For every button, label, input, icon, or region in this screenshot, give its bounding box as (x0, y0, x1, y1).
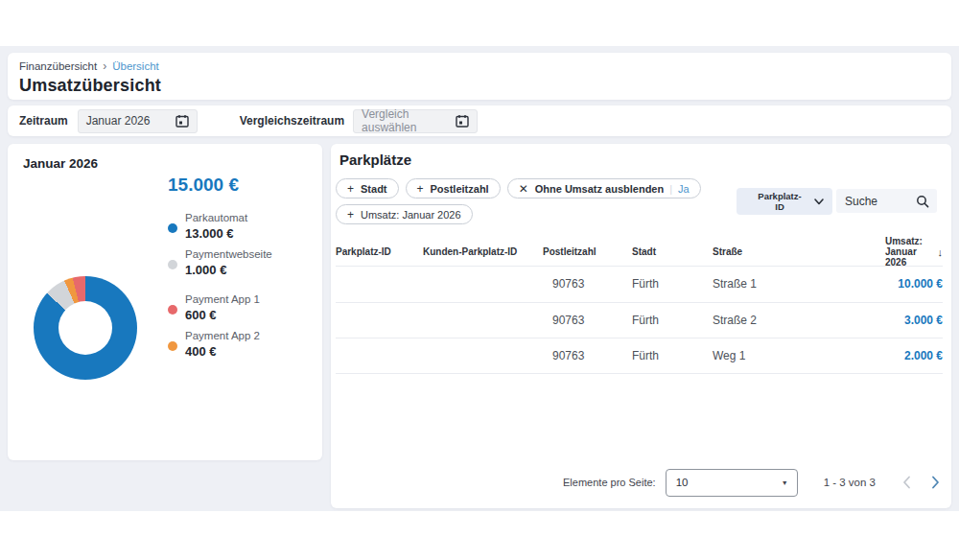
breadcrumb-current[interactable]: Übersicht (112, 60, 159, 72)
col-umsatz-label: Umsatz: Januar 2026 (885, 236, 934, 268)
select-label-line1: Parkplatz- (746, 191, 813, 201)
revenue-summary-panel: Januar 2026 15.000 € Parkautomat 13.000 … (8, 144, 322, 460)
chip-divider: | (669, 183, 672, 195)
cell-umsatz: 10.000 € (885, 277, 943, 291)
legend-label: Payment App 1 (185, 292, 260, 307)
table-row[interactable]: 90763 Fürth Straße 1 10.000 € (336, 266, 943, 302)
close-icon: ✕ (519, 182, 528, 196)
cell-umsatz: 3.000 € (885, 314, 943, 327)
chip-value: Ja (678, 183, 690, 195)
cell-postleitzahl: 90763 (543, 314, 632, 327)
legend-value: 600 € (185, 307, 260, 323)
chevron-right-icon (931, 476, 940, 489)
per-page-value: 10 (676, 477, 689, 488)
col-kunden-parkplatz-id[interactable]: Kunden-Parkplatz-ID (423, 246, 543, 257)
revenue-donut-chart[interactable] (34, 276, 137, 380)
vergleichszeitraum-label: Vergleichszeitraum (240, 114, 344, 128)
zeitraum-label: Zeitraum (19, 114, 68, 128)
previous-page-button[interactable] (899, 475, 914, 490)
chip-label: Postleitzahl (431, 183, 489, 195)
legend-item: Parkautomat 13.000 € (168, 210, 312, 242)
cell-postleitzahl: 90763 (543, 277, 632, 291)
legend-item: Payment App 2 400 € (168, 328, 312, 360)
cell-stadt: Fürth (632, 314, 713, 327)
chip-label: Stadt (361, 183, 387, 195)
summary-period-title: Januar 2026 (23, 156, 307, 171)
col-stadt[interactable]: Stadt (632, 246, 713, 257)
legend-value: 400 € (185, 343, 260, 360)
chevron-down-icon (813, 196, 825, 207)
legend-label: Paymentwebseite (185, 246, 272, 262)
pagination-bar: Elemente pro Seite: 10 ▼ 1 - 3 von 3 (563, 468, 943, 497)
chevron-left-icon (902, 476, 911, 489)
col-strasse[interactable]: Straße (713, 246, 885, 257)
cell-stadt: Fürth (632, 349, 713, 362)
chip-label: Umsatz: Januar 2026 (361, 209, 461, 221)
plus-icon: + (417, 182, 424, 196)
zeitraum-value: Januar 2026 (86, 114, 151, 128)
per-page-select[interactable]: 10 ▼ (666, 469, 798, 497)
sort-desc-icon: ↓ (938, 246, 944, 258)
search-placeholder: Suche (845, 195, 877, 208)
legend-item: Paymentwebseite 1.000 € (168, 246, 312, 278)
calendar-icon (456, 114, 469, 128)
legend-label: Parkautomat (185, 210, 247, 225)
vergleichszeitraum-placeholder: Vergleich auswählen (362, 107, 456, 134)
pagination-range: 1 - 3 von 3 (824, 477, 876, 488)
chip-ohne-umsatz-ausblenden[interactable]: ✕ Ohne Umsatz ausblenden | Ja (507, 178, 701, 198)
cell-postleitzahl: 90763 (543, 349, 632, 362)
vergleichszeitraum-datepicker[interactable]: Vergleich auswählen (353, 109, 478, 133)
plus-icon: + (347, 208, 354, 222)
legend-dot-payment-app-1 (168, 305, 177, 315)
chip-umsatz-januar-2026[interactable]: + Umsatz: Januar 2026 (336, 204, 473, 224)
filter-chips-row-1: + Stadt + Postleitzahl ✕ Ohne Umsatz aus… (336, 178, 701, 198)
total-revenue: 15.000 € (168, 175, 312, 196)
cell-strasse: Weg 1 (713, 349, 885, 362)
table-row[interactable]: 90763 Fürth Straße 2 3.000 € (336, 302, 943, 338)
chip-label: Ohne Umsatz ausblenden (535, 183, 664, 195)
legend-dot-parkautomat (168, 223, 177, 233)
cell-strasse: Straße 2 (713, 314, 885, 327)
filter-bar: Zeitraum Januar 2026 Vergleichszeitraum … (8, 105, 951, 136)
donut-hole (58, 301, 112, 355)
filter-chips-row-2: + Umsatz: Januar 2026 (336, 204, 473, 224)
legend-dot-payment-app-2 (168, 341, 177, 351)
cell-umsatz: 2.000 € (885, 349, 943, 362)
cell-stadt: Fürth (632, 277, 713, 291)
col-parkplatz-id[interactable]: Parkplatz-ID (336, 246, 423, 257)
caret-down-icon: ▼ (782, 479, 788, 486)
next-page-button[interactable] (927, 475, 943, 490)
breadcrumb-separator: › (103, 59, 106, 73)
cell-strasse: Straße 1 (713, 277, 885, 291)
table-row[interactable]: 90763 Fürth Weg 1 2.000 € (336, 338, 943, 374)
col-postleitzahl[interactable]: Postleitzahl (543, 246, 632, 257)
col-umsatz-sort[interactable]: Umsatz: Januar 2026 ↓ (885, 236, 943, 268)
select-label-line2: ID (746, 201, 813, 212)
calendar-icon (175, 114, 189, 128)
legend-value: 1.000 € (185, 262, 272, 278)
plus-icon: + (347, 182, 354, 196)
zeitraum-datepicker[interactable]: Januar 2026 (78, 109, 198, 133)
parkplaetze-table: Parkplatz-ID Kunden-Parkplatz-ID Postlei… (336, 236, 943, 374)
parkplatz-id-column-select[interactable]: Parkplatz- ID (737, 188, 832, 215)
parkplaetze-panel: Parkplätze + Stadt + Postleitzahl ✕ Ohne… (331, 144, 951, 508)
page-title: Umsatzübersicht (19, 76, 940, 96)
breadcrumb: Finanzübersicht › Übersicht (19, 59, 940, 73)
chip-postleitzahl[interactable]: + Postleitzahl (406, 178, 501, 198)
legend-value: 13.000 € (185, 225, 247, 242)
legend-dot-paymentwebseite (168, 260, 177, 269)
legend-label: Payment App 2 (185, 328, 260, 343)
breadcrumb-parent[interactable]: Finanzübersicht (19, 60, 97, 72)
chip-stadt[interactable]: + Stadt (336, 178, 399, 198)
legend-item: Payment App 1 600 € (168, 292, 312, 323)
table-header-row: Parkplatz-ID Kunden-Parkplatz-ID Postlei… (336, 236, 943, 266)
per-page-label: Elemente pro Seite: (563, 477, 656, 488)
search-icon (916, 195, 929, 208)
page-header: Finanzübersicht › Übersicht Umsatzübersi… (8, 53, 951, 100)
parkplaetze-title: Parkplätze (335, 152, 411, 168)
search-input[interactable]: Suche (836, 189, 937, 213)
